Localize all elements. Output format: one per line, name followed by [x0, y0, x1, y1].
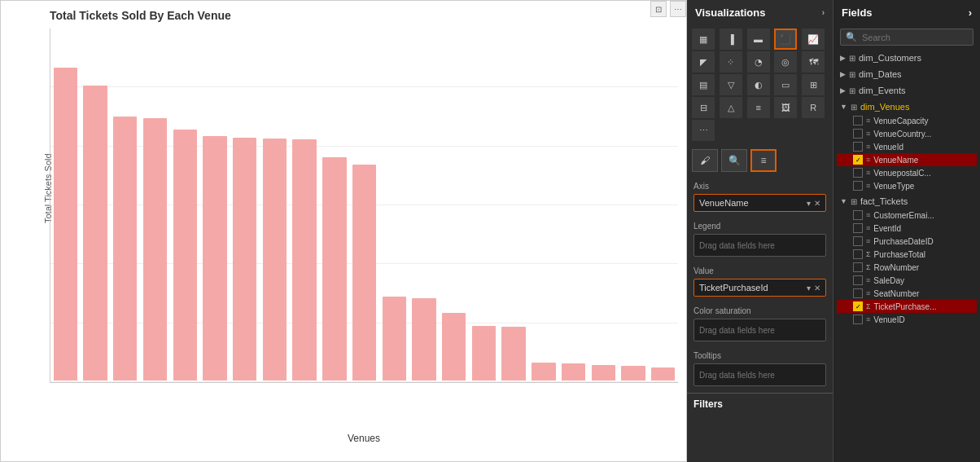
field-unchecked-icon[interactable] — [853, 210, 863, 220]
bar-group[interactable]: Mahogany Soccer — [529, 29, 559, 381]
field-unchecked-icon[interactable] — [853, 168, 863, 178]
bar[interactable] — [113, 117, 137, 381]
color-saturation-drag-box[interactable]: Drag data fields here — [693, 319, 826, 341]
table-expand-icon[interactable]: ▶ — [840, 54, 846, 62]
bar[interactable] — [651, 367, 675, 381]
field-item[interactable]: ≡VenueCountry... — [837, 127, 977, 140]
field-item[interactable]: ≡CustomerEmai... — [837, 209, 977, 222]
bar[interactable] — [322, 157, 346, 381]
fields-icon[interactable]: ≡ — [750, 149, 777, 172]
field-item[interactable]: ✓ΣTicketPurchase... — [837, 300, 977, 313]
axis-field-controls[interactable]: ▾ ✕ — [807, 199, 820, 208]
field-item[interactable]: ≡PurchaseDateID — [837, 235, 977, 248]
value-dropdown-icon[interactable]: ▾ — [807, 284, 811, 293]
bar-group[interactable]: Tamarind Studio — [200, 29, 230, 381]
bar-group[interactable]: Hornbeam Symphony — [588, 29, 619, 381]
axis-dropdown-icon[interactable]: ▾ — [807, 199, 811, 208]
bar-group[interactable]: Contoso Concert Hall — [290, 29, 320, 381]
field-item[interactable]: ≡VenueCapacity — [837, 114, 977, 127]
table-expand-icon[interactable]: ▼ — [840, 103, 847, 111]
bar-group[interactable]: Fabrikam Jazz Club — [439, 29, 469, 381]
search-input[interactable] — [862, 33, 968, 42]
field-unchecked-icon[interactable] — [853, 236, 863, 246]
scatter-icon[interactable]: ⁘ — [720, 51, 742, 73]
bar-group[interactable]: Poplar Dance Academy — [140, 29, 170, 381]
field-unchecked-icon[interactable] — [853, 142, 863, 152]
bar-group[interactable]: Juniper Jammers Jazz — [319, 29, 349, 381]
field-unchecked-icon[interactable] — [853, 275, 863, 285]
bar[interactable] — [173, 130, 197, 381]
field-table-header[interactable]: ▼⊞fact_Tickets — [837, 194, 977, 209]
bar-group[interactable]: Papaya Players — [81, 29, 111, 381]
bar-group[interactable]: Mangrove Soccer Club — [260, 29, 290, 381]
field-item[interactable]: ≡SeatNumber — [837, 287, 977, 300]
field-table-header[interactable]: ▶⊞dim_Events — [837, 83, 977, 98]
bar-group[interactable]: Osage Opera — [409, 29, 440, 381]
field-item[interactable]: ✓≡VenueName — [837, 153, 977, 166]
bar[interactable] — [592, 365, 615, 381]
field-item[interactable]: ≡VenueType — [837, 179, 977, 192]
field-checked-icon[interactable]: ✓ — [853, 155, 863, 165]
column-chart-icon[interactable]: ▬ — [747, 29, 770, 50]
field-unchecked-icon[interactable] — [853, 315, 863, 324]
bar-group[interactable]: Cottonwood Concert Hall — [170, 29, 200, 381]
table-expand-icon[interactable]: ▶ — [840, 86, 846, 95]
fields-expand-arrow[interactable]: › — [969, 7, 972, 19]
bar[interactable] — [532, 363, 555, 381]
bar-group[interactable]: Mahogany HipHop — [558, 29, 588, 381]
bar-group[interactable]: Dogwood Dojo — [469, 29, 499, 381]
field-item[interactable]: ≡SaleDay — [837, 274, 977, 287]
value-field-box[interactable]: TicketPurchaseId ▾ ✕ — [693, 279, 826, 297]
bar-group[interactable]: Lime Tree Track — [110, 29, 140, 381]
bar-group[interactable]: Sorrel Soccer — [648, 29, 678, 381]
field-table-header[interactable]: ▶⊞dim_Dates — [837, 67, 977, 81]
bar[interactable] — [472, 326, 496, 381]
bar-group[interactable]: Balsam Blues Club — [349, 29, 379, 381]
bar[interactable] — [501, 327, 525, 381]
field-unchecked-icon[interactable] — [853, 288, 863, 298]
matrix-icon[interactable]: ⊟ — [692, 97, 715, 118]
bar-group[interactable]: Magnolia Motor Racing — [499, 29, 529, 381]
more-icon[interactable]: ⋯ — [692, 120, 715, 141]
bar[interactable] — [412, 298, 435, 381]
field-unchecked-icon[interactable] — [853, 249, 863, 259]
treemap-icon[interactable]: ▤ — [692, 74, 715, 95]
table-expand-icon[interactable]: ▼ — [840, 197, 847, 205]
clustered-column-icon[interactable]: ⬛ — [774, 29, 797, 50]
slicer-icon[interactable]: ≡ — [747, 97, 770, 118]
value-remove-icon[interactable]: ✕ — [814, 284, 820, 293]
field-item[interactable]: ΣPurchaseTotal — [837, 248, 977, 261]
field-table-header[interactable]: ▼⊞dim_Venues — [837, 99, 977, 114]
field-item[interactable]: ≡EventId — [837, 222, 977, 235]
axis-remove-icon[interactable]: ✕ — [814, 199, 820, 208]
stacked-bar-icon[interactable]: ▦ — [692, 29, 715, 50]
analytics-icon[interactable]: 🔍 — [721, 149, 747, 172]
bar[interactable] — [352, 165, 376, 381]
bar[interactable] — [383, 297, 406, 381]
bar[interactable] — [263, 139, 287, 381]
bar[interactable] — [233, 138, 256, 381]
legend-drag-box[interactable]: Drag data fields here — [693, 234, 826, 257]
bar[interactable] — [621, 366, 645, 381]
gauge-icon[interactable]: ◐ — [747, 74, 770, 95]
field-item[interactable]: ΣRowNumber — [837, 261, 977, 274]
bar[interactable] — [292, 139, 316, 381]
table-icon[interactable]: ⊞ — [802, 74, 825, 95]
bar-group[interactable]: Star Anise Judo — [50, 29, 81, 381]
viz-expand-arrow[interactable]: › — [822, 8, 825, 17]
funnel-icon[interactable]: ▽ — [720, 74, 742, 95]
field-unchecked-icon[interactable] — [853, 262, 863, 272]
format-icon[interactable]: 🖌 — [692, 149, 718, 172]
tooltips-drag-box[interactable]: Drag data fields here — [693, 363, 826, 386]
expand-icon[interactable]: ⊡ — [650, 1, 667, 17]
more-options-icon[interactable]: ⋯ — [670, 1, 686, 17]
field-unchecked-icon[interactable] — [853, 223, 863, 233]
bar-chart-icon[interactable]: ▐ — [720, 29, 742, 50]
bar-group[interactable]: Blue Oak Jazz Club — [379, 29, 409, 381]
card-icon[interactable]: ▭ — [774, 74, 797, 95]
map-icon[interactable]: 🗺 — [802, 51, 825, 73]
area-chart-icon[interactable]: ◤ — [692, 51, 715, 73]
field-table-header[interactable]: ▶⊞dim_Customers — [837, 51, 977, 65]
r-icon[interactable]: R — [802, 97, 825, 118]
donut-icon[interactable]: ◎ — [774, 51, 797, 73]
